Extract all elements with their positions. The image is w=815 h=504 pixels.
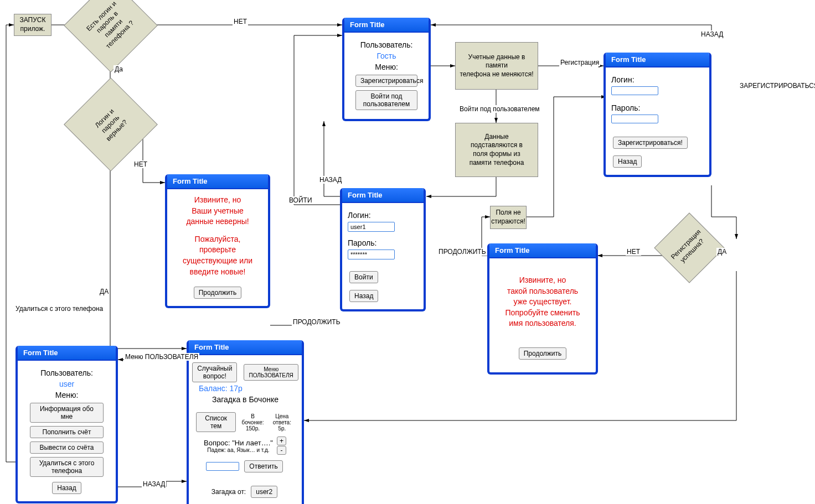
edge-d2-yes: ДА xyxy=(99,288,110,295)
game-minus-button[interactable]: - xyxy=(277,446,286,455)
nochange-label: Учетные данные в памяти телефона не меня… xyxy=(459,53,534,79)
form-error-login: Form Title Извините, но Ваши учетные дан… xyxy=(165,174,270,308)
form-user: Form Title Пользователь: user Меню: Инфо… xyxy=(16,346,118,503)
reg-back-button[interactable]: Назад xyxy=(613,155,642,168)
decision-credentials-valid: Логин и пароль верные? xyxy=(78,91,144,158)
nonerase-label: Поля не стираются! xyxy=(491,209,525,226)
process-fill-form: Данные подставляются в поля формы из пам… xyxy=(455,123,538,177)
reg-login-input[interactable] xyxy=(611,86,658,95)
error-login-continue-button[interactable]: Продолжить xyxy=(194,287,242,299)
form-error-reg-title: Form Title xyxy=(489,243,596,258)
login-password-input[interactable]: ******* xyxy=(348,250,395,259)
form-login: Form Title Логин: user1 Пароль: ******* … xyxy=(340,188,426,311)
edge-d2-no: НЕТ xyxy=(133,160,148,168)
d3-label: Регистрация успешна? xyxy=(669,228,709,268)
error-login-msg1: Извините, но Ваши учетные данные неверны… xyxy=(173,195,262,227)
user-user-label: Пользователь: xyxy=(23,368,110,377)
game-price-value: 5р. xyxy=(268,425,296,432)
login-back-button[interactable]: Назад xyxy=(349,290,378,302)
game-plus-button[interactable]: + xyxy=(277,437,286,445)
decision-has-credentials: Есть логин и пароль в памяти телефона ? xyxy=(78,0,144,59)
reg-submit-button[interactable]: Зарегистрироваться! xyxy=(613,137,688,149)
user-info-button[interactable]: Информация обо мне xyxy=(30,403,104,423)
form-game: Form Title Случайный вопрос! Меню ПОЛЬЗО… xyxy=(187,340,304,504)
user-menu-label: Меню: xyxy=(23,391,110,399)
user-back-button[interactable]: Назад xyxy=(52,482,81,494)
edge-d1-yes: Да xyxy=(114,65,124,73)
d2-label: Логин и пароль верные? xyxy=(92,106,129,143)
edge-user-back: НАЗАД xyxy=(142,480,166,488)
error-login-msg2: Пожалуйста, проверьте существующие или в… xyxy=(173,234,262,277)
edge-reg-back: НАЗАД xyxy=(700,30,724,38)
start-label: ЗАПУСК прилож. xyxy=(19,16,45,33)
game-heading: Загадка в Бочонке xyxy=(194,395,296,404)
edge-d1-no: НЕТ xyxy=(233,18,248,25)
user-user-value: user xyxy=(23,380,110,388)
game-question: Вопрос: "Ни лает…." xyxy=(204,439,273,447)
game-topics-button[interactable]: Список тем xyxy=(196,412,236,432)
login-login-input[interactable]: user1 xyxy=(348,222,395,232)
form-guest: Form Title Пользователь: Гость Меню: Зар… xyxy=(342,18,431,121)
reg-password-input[interactable] xyxy=(611,115,658,123)
form-register: Form Title Логин: Пароль: Зарегистрирова… xyxy=(603,53,711,177)
guest-login-button[interactable]: Войти под пользователем xyxy=(355,90,417,110)
game-barrel-value: 150р. xyxy=(241,425,264,432)
guest-register-button[interactable]: Зарегистрироваться xyxy=(355,75,417,87)
edge-d3-yes: ДА xyxy=(716,248,728,256)
user-topup-button[interactable]: Пополнить счёт xyxy=(30,426,104,438)
form-guest-title: Form Title xyxy=(344,18,429,33)
decision-registration-success: Регистрация успешна? xyxy=(664,223,731,289)
game-riddle-from-label: Загадка от: xyxy=(212,488,246,496)
reg-password-label: Пароль: xyxy=(611,103,704,112)
game-barrel-label: В бочонке: xyxy=(241,413,264,425)
form-error-reg: Form Title Извините, но такой пользовате… xyxy=(487,243,598,375)
form-login-title: Form Title xyxy=(342,188,424,203)
game-answer-input[interactable] xyxy=(206,462,239,471)
user-withdraw-button[interactable]: Вывести со счёта xyxy=(30,441,104,454)
form-user-title: Form Title xyxy=(18,346,116,361)
process-credentials-no-change: Учетные данные в памяти телефона не меня… xyxy=(455,42,538,90)
form-game-title: Form Title xyxy=(189,340,302,355)
game-riddle-from-user[interactable]: user2 xyxy=(251,486,277,498)
login-login-label: Логин: xyxy=(348,211,418,220)
user-delete-button[interactable]: Удалиться с этого телефона xyxy=(30,457,104,477)
game-hint: Падеж: аа, Язык… и т.д. xyxy=(204,447,273,453)
game-random-button[interactable]: Случайный вопрос! xyxy=(192,362,237,382)
edge-errlogin-continue: ПРОДОЛЖИТЬ xyxy=(292,318,342,326)
guest-menu-label: Меню: xyxy=(350,63,423,71)
edge-login-as: Войти под пользователем xyxy=(458,105,541,113)
form-error-login-title: Form Title xyxy=(167,174,268,189)
guest-user-value: Гость xyxy=(350,51,423,60)
game-price-label: Цена ответа: xyxy=(268,413,296,425)
edge-d3-no: НЕТ xyxy=(626,248,641,256)
start-node: ЗАПУСК прилож. xyxy=(14,14,51,36)
form-register-title: Form Title xyxy=(606,53,709,67)
error-reg-continue-button[interactable]: Продолжить xyxy=(519,347,567,360)
reg-login-label: Логин: xyxy=(611,75,704,84)
d1-label: Есть логин и пароль в памяти телефона ? xyxy=(85,0,137,51)
edge-login-back: НАЗАД xyxy=(318,176,343,184)
login-submit-button[interactable]: Войти xyxy=(349,271,378,283)
login-password-label: Пароль: xyxy=(348,238,418,247)
game-user-menu-button[interactable]: Меню ПОЛЬЗОВАТЕЛЯ xyxy=(244,364,298,381)
guest-user-label: Пользователь: xyxy=(350,40,423,49)
fill-label: Данные подставляются в поля формы из пам… xyxy=(470,133,524,167)
edge-user-menu: Меню ПОЛЬЗОВАТЕЛЯ xyxy=(124,353,199,361)
edge-delete-phone: Удалиться с этого телефона xyxy=(14,305,104,313)
game-balance: Баланс: 17р xyxy=(199,384,296,393)
error-reg-msg: Извините, но такой пользователь уже суще… xyxy=(495,275,590,329)
edge-errreg-continue: ПРОДОЛЖИТЬ xyxy=(437,248,487,256)
edge-reg: Регистрация xyxy=(559,59,600,66)
process-fields-not-erased: Поля не стираются! xyxy=(490,206,527,229)
game-answer-button[interactable]: Ответить xyxy=(244,460,282,472)
edge-zareg: ЗАРЕГИСТРИРОВАТЬСЯ xyxy=(739,82,815,90)
edge-login-vojti: ВОЙТИ xyxy=(288,196,313,204)
